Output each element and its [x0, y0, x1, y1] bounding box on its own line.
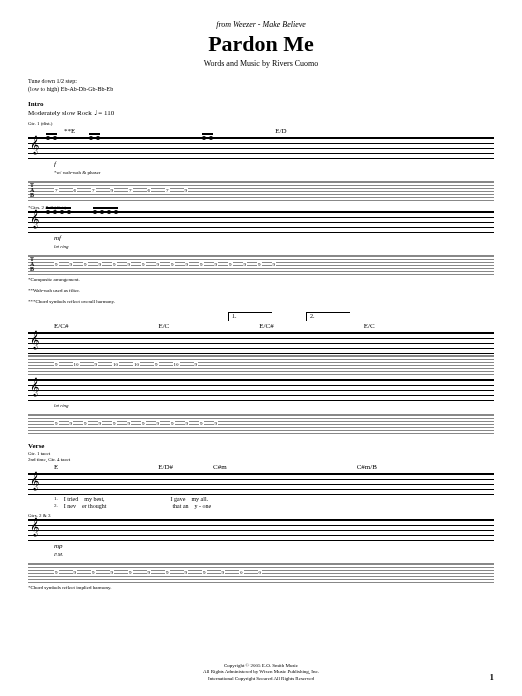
- chord: E/C: [364, 322, 375, 330]
- letring-note: let ring: [28, 403, 494, 408]
- tab-num: 9: [156, 262, 161, 267]
- tab-num: 9: [184, 570, 189, 575]
- tab-staff: 999999999900: [28, 563, 494, 583]
- lyric: I nev: [64, 503, 76, 509]
- tab-num: 9: [110, 188, 115, 193]
- chord-row-3: E E/D# C#m C#m/B: [28, 463, 494, 471]
- chord: E/C: [158, 322, 169, 330]
- tab-num: 9: [202, 570, 207, 575]
- chord: E/D#: [158, 463, 173, 471]
- tab-num: 9: [73, 570, 78, 575]
- tab-num: 9: [170, 262, 175, 267]
- lyrics-line1: 1. I tried my best, I gave my all.: [28, 496, 494, 502]
- tab-num: 9: [54, 421, 59, 426]
- footnote-chords: ***Chord symbols reflect overall harmony…: [28, 299, 494, 304]
- tab-num: 9: [112, 262, 117, 267]
- treble-clef-icon: 𝄞: [30, 136, 39, 154]
- lyric: my all.: [191, 496, 208, 502]
- pm-note: P.M.: [28, 552, 494, 557]
- tab-num: 9: [141, 262, 146, 267]
- footnote-implied: *Chord symbols reflect implied harmony.: [28, 585, 494, 590]
- tuning-note: Tune down 1/2 step: (low to high) Eb-Ab-…: [28, 78, 494, 94]
- tab-num: 9: [128, 570, 133, 575]
- tab-num: 7: [91, 188, 96, 193]
- notation-staff: 𝄞: [28, 332, 494, 354]
- notation-staff: 𝄞: [28, 519, 494, 541]
- tab-label-icon: TAB: [30, 257, 34, 272]
- chord: E/C#: [259, 322, 273, 330]
- tab-num: 9: [154, 362, 159, 367]
- tab-num: 9: [54, 262, 59, 267]
- lyric: my best,: [84, 496, 104, 502]
- verse-num: 1.: [54, 496, 58, 502]
- tab-num: 9: [83, 421, 88, 426]
- tab-numbers-row: 999999999900: [46, 564, 494, 582]
- tab-num: 9: [69, 262, 74, 267]
- credits-line: Words and Music by Rivers Cuomo: [28, 59, 494, 68]
- system-1: Gtr. 1 (dist.) **E E/D 𝄞 f *w/ wah-wah &…: [28, 121, 494, 304]
- treble-clef-icon: 𝄞: [30, 378, 39, 396]
- tab-num: 9: [165, 570, 170, 575]
- tab-num: 9: [54, 362, 59, 367]
- tab-num: 9: [156, 421, 161, 426]
- chord: C#m: [213, 463, 227, 471]
- notation-staff: 𝄞: [28, 137, 494, 159]
- tab-num: 9: [98, 421, 103, 426]
- tab-num: 9: [94, 362, 99, 367]
- lyric: I gave: [171, 496, 186, 502]
- tab-num: 9: [127, 421, 132, 426]
- source-prefix: from Weezer -: [216, 20, 262, 29]
- gtr4-tacet: 2nd time, Gtr. 4 tacet: [28, 457, 494, 462]
- page-number: 1: [490, 672, 495, 682]
- tab-label-icon: TAB: [30, 183, 34, 198]
- tab-numbers-row: 9999999999999999: [46, 256, 494, 274]
- notation-staff: 𝄞: [28, 211, 494, 233]
- lyric: er thought: [82, 503, 107, 509]
- tab-num: 9: [199, 262, 204, 267]
- tempo-marking: Moderately slow Rock ♩ = 110: [28, 109, 494, 117]
- gtr1-tacet: Gtr. 1 tacet: [28, 451, 494, 456]
- chord-row-2: E/C# E/C E/C# E/C: [28, 322, 494, 330]
- intro-label: Intro: [28, 100, 494, 108]
- footnote-composite: *Composite arrangement.: [28, 277, 494, 282]
- song-title: Pardon Me: [28, 31, 494, 57]
- system-2: 1. 2. E/C# E/C E/C# E/C 𝄞 910910109109 𝄞…: [28, 312, 494, 434]
- tab-num: 9: [141, 421, 146, 426]
- tab-num: 9: [184, 188, 189, 193]
- tab-num: 10: [173, 362, 180, 367]
- letring-note: let ring: [28, 244, 494, 249]
- chord: E/C#: [54, 322, 68, 330]
- tab-num: 9: [243, 262, 248, 267]
- tab-num: 10: [112, 362, 119, 367]
- chord-e: **E: [64, 127, 75, 135]
- dynamic-f: f: [28, 160, 494, 168]
- tab-num: 10: [133, 362, 140, 367]
- tab-num: 7: [165, 188, 170, 193]
- treble-clef-icon: 𝄞: [30, 210, 39, 228]
- sheet-music-page: from Weezer - Make Believe Pardon Me Wor…: [0, 0, 522, 618]
- footnote-wahwah: **Wah-wah used as filter.: [28, 288, 494, 293]
- tab-staff: 910910109109: [28, 355, 494, 375]
- album-name: Make Believe: [262, 20, 305, 29]
- notation-staff: 𝄞: [28, 379, 494, 401]
- tab-num: 9: [170, 421, 175, 426]
- staff-gtr23-s2: 𝄞 let ring 999999999999: [28, 379, 494, 434]
- tab-num: 0: [239, 570, 244, 575]
- tab-num: 9: [228, 262, 233, 267]
- tab-staff: TAB 7 6 7 9 7 6 7 9: [28, 181, 494, 201]
- tab-num: 9: [110, 570, 115, 575]
- tab-num: 9: [185, 262, 190, 267]
- copyright-line: International Copyright Secured All Righ…: [0, 676, 522, 683]
- gtr1-label: Gtr. 1 (dist.): [28, 121, 494, 126]
- staff-gtr23: 𝄞 mf let ring TAB 9999999999999999: [28, 211, 494, 275]
- lyric: that an: [172, 503, 188, 509]
- lyric: I tried: [64, 496, 79, 502]
- chord: C#m/B: [357, 463, 377, 471]
- tab-num: 9: [221, 570, 226, 575]
- tab-num: 9: [69, 421, 74, 426]
- tab-staff: 999999999999: [28, 414, 494, 434]
- treble-clef-icon: 𝄞: [30, 331, 39, 349]
- tab-num: 9: [185, 421, 190, 426]
- treble-clef-icon: 𝄞: [30, 518, 39, 536]
- tab-num: 9: [91, 570, 96, 575]
